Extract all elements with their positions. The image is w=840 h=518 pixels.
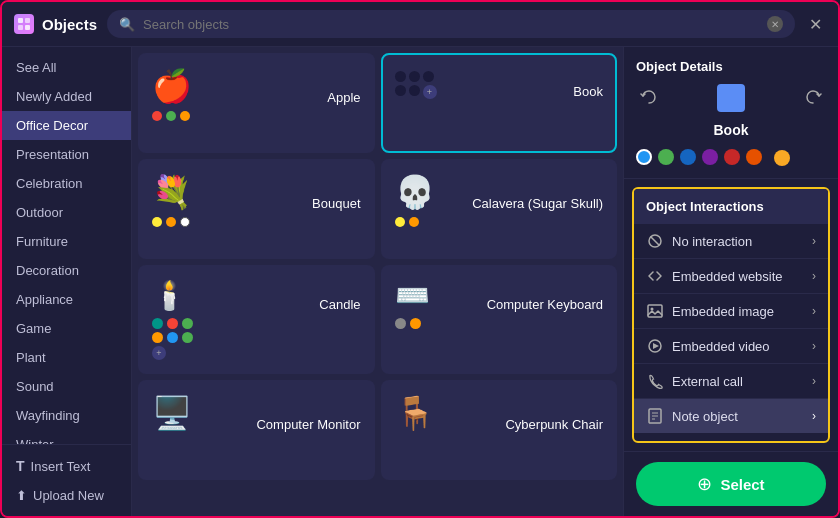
- select-button-area: ⊕ Select: [624, 451, 838, 516]
- embedded-video-label: Embedded video: [672, 339, 812, 354]
- palette-dot-green[interactable]: [658, 149, 674, 165]
- objects-icon: [14, 14, 34, 34]
- plus-badge: +: [423, 85, 437, 99]
- header: Objects 🔍 ✕ ✕: [2, 2, 838, 47]
- dot: [182, 332, 193, 343]
- dot: [166, 217, 176, 227]
- book-name: Book: [573, 84, 603, 99]
- selected-color-swatch[interactable]: [717, 84, 745, 112]
- insert-text-icon: T: [16, 458, 25, 474]
- sidebar-item-plant[interactable]: Plant: [2, 343, 131, 372]
- svg-rect-2: [18, 25, 23, 30]
- bouquet-card-top: 💐 Bouquet: [152, 173, 361, 211]
- apple-card-top: 🍎 Apple: [152, 67, 361, 105]
- candle-dots: +: [152, 318, 194, 360]
- object-card-apple[interactable]: 🍎 Apple: [138, 53, 375, 153]
- sidebar-item-newly-added[interactable]: Newly Added: [2, 82, 131, 111]
- palette-dot-purple[interactable]: [702, 149, 718, 165]
- detail-controls: [636, 84, 826, 112]
- undo-button[interactable]: [636, 85, 662, 111]
- palette-dot-red[interactable]: [724, 149, 740, 165]
- search-bar[interactable]: 🔍 ✕: [107, 10, 795, 38]
- embedded-website-icon: [646, 267, 664, 285]
- keyboard-name: Computer Keyboard: [487, 297, 603, 312]
- dot: [167, 318, 178, 329]
- upload-new-action[interactable]: ⬆ Upload New: [2, 481, 131, 510]
- selected-object-name: Book: [636, 122, 826, 138]
- object-card-cyberpunk-chair[interactable]: 🪑 Cyberpunk Chair: [381, 380, 618, 480]
- insert-text-action[interactable]: T Insert Text: [2, 451, 131, 481]
- dot: [395, 85, 406, 96]
- svg-marker-9: [653, 343, 659, 349]
- select-button[interactable]: ⊕ Select: [636, 462, 826, 506]
- no-interaction-icon: [646, 232, 664, 250]
- search-clear-button[interactable]: ✕: [767, 16, 783, 32]
- calavera-card-top: 💀 Calavera (Sugar Skull): [395, 173, 604, 211]
- sidebar-item-presentation[interactable]: Presentation: [2, 140, 131, 169]
- object-card-book[interactable]: + Book: [381, 53, 618, 153]
- object-card-keyboard[interactable]: ⌨️ Computer Keyboard: [381, 265, 618, 374]
- sidebar-item-outdoor[interactable]: Outdoor: [2, 198, 131, 227]
- sidebar-item-decoration[interactable]: Decoration: [2, 256, 131, 285]
- sidebar-item-sound[interactable]: Sound: [2, 372, 131, 401]
- main-layout: See All Newly Added Office Decor Present…: [2, 47, 838, 516]
- search-input[interactable]: [143, 17, 759, 32]
- object-card-calavera[interactable]: 💀 Calavera (Sugar Skull): [381, 159, 618, 259]
- candle-name: Candle: [319, 297, 360, 312]
- svg-line-5: [651, 237, 660, 246]
- svg-rect-3: [25, 25, 30, 30]
- calavera-name: Calavera (Sugar Skull): [472, 196, 603, 211]
- embedded-video-arrow: ›: [812, 339, 816, 353]
- sidebar-item-wayfinding[interactable]: Wayfinding: [2, 401, 131, 430]
- dot: [395, 217, 405, 227]
- interaction-embedded-video[interactable]: Embedded video ›: [634, 329, 828, 364]
- dot: [409, 217, 419, 227]
- apple-icon: 🍎: [152, 67, 192, 105]
- dot: [395, 318, 406, 329]
- dot: [182, 318, 193, 329]
- interaction-no-interaction[interactable]: No interaction ›: [634, 224, 828, 259]
- dot: [180, 111, 190, 121]
- palette-dot-blue[interactable]: [636, 149, 652, 165]
- book-card-top: + Book: [395, 67, 604, 99]
- palette-dot-dark-blue[interactable]: [680, 149, 696, 165]
- object-details-title: Object Details: [636, 59, 826, 74]
- interaction-note-object[interactable]: Note object ›: [634, 399, 828, 433]
- dot: [152, 318, 163, 329]
- embedded-image-label: Embedded image: [672, 304, 812, 319]
- object-card-candle[interactable]: 🕯️ Candle +: [138, 265, 375, 374]
- sidebar-item-winter[interactable]: Winter: [2, 430, 131, 444]
- chair-name: Cyberpunk Chair: [505, 417, 603, 432]
- external-call-arrow: ›: [812, 374, 816, 388]
- sidebar-item-celebration[interactable]: Celebration: [2, 169, 131, 198]
- sidebar-item-game[interactable]: Game: [2, 314, 131, 343]
- close-button[interactable]: ✕: [805, 11, 826, 38]
- object-card-bouquet[interactable]: 💐 Bouquet: [138, 159, 375, 259]
- dot: [409, 85, 420, 96]
- header-title-area: Objects: [14, 14, 97, 34]
- interaction-embedded-website[interactable]: Embedded website ›: [634, 259, 828, 294]
- object-card-computer-monitor[interactable]: 🖥️ Computer Monitor: [138, 380, 375, 480]
- redo-button[interactable]: [800, 85, 826, 111]
- app-container: Objects 🔍 ✕ ✕ See All Newly Added Office…: [0, 0, 840, 518]
- interaction-external-call[interactable]: External call ›: [634, 364, 828, 399]
- palette-dot-yellow[interactable]: [774, 150, 790, 166]
- interaction-embedded-image[interactable]: Embedded image ›: [634, 294, 828, 329]
- calavera-dots: [395, 217, 419, 227]
- external-call-label: External call: [672, 374, 812, 389]
- palette-dot-orange[interactable]: [746, 149, 762, 165]
- insert-text-label: Insert Text: [31, 459, 91, 474]
- dot: [423, 71, 434, 82]
- external-call-icon: [646, 372, 664, 390]
- sidebar-item-office-decor[interactable]: Office Decor: [2, 111, 131, 140]
- embedded-website-arrow: ›: [812, 269, 816, 283]
- sidebar-item-appliance[interactable]: Appliance: [2, 285, 131, 314]
- keyboard-dots: [395, 318, 421, 329]
- svg-rect-1: [25, 18, 30, 23]
- right-panel: Object Details: [623, 47, 838, 516]
- header-title: Objects: [42, 16, 97, 33]
- sidebar-item-furniture[interactable]: Furniture: [2, 227, 131, 256]
- sidebar-item-see-all[interactable]: See All: [2, 53, 131, 82]
- note-object-arrow: ›: [812, 409, 816, 423]
- dot: [409, 71, 420, 82]
